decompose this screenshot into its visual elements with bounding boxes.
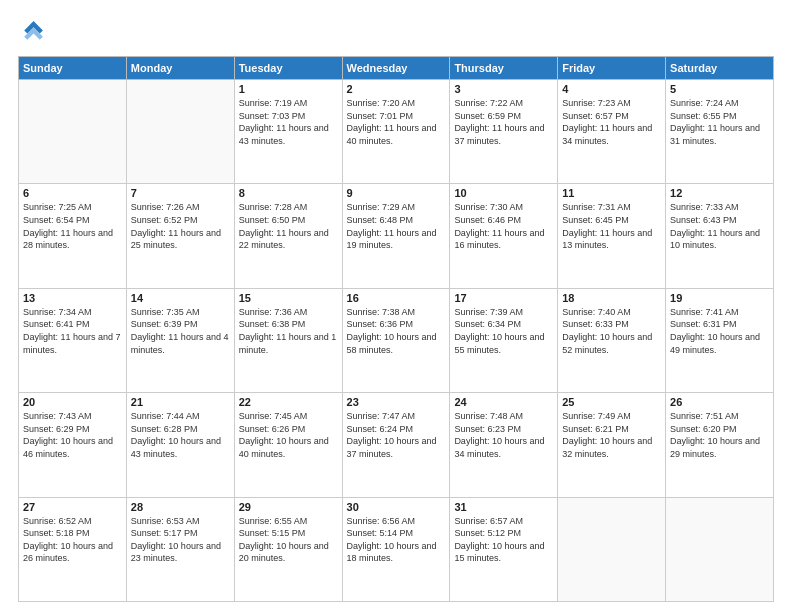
day-detail: Sunrise: 7:25 AMSunset: 6:54 PMDaylight:…	[23, 201, 122, 251]
day-number: 11	[562, 187, 661, 199]
day-number: 16	[347, 292, 446, 304]
day-detail: Sunrise: 7:28 AMSunset: 6:50 PMDaylight:…	[239, 201, 338, 251]
day-cell: 4Sunrise: 7:23 AMSunset: 6:57 PMDaylight…	[558, 80, 666, 184]
week-row-3: 13Sunrise: 7:34 AMSunset: 6:41 PMDayligh…	[19, 288, 774, 392]
day-number: 20	[23, 396, 122, 408]
day-cell: 19Sunrise: 7:41 AMSunset: 6:31 PMDayligh…	[666, 288, 774, 392]
day-number: 8	[239, 187, 338, 199]
week-row-2: 6Sunrise: 7:25 AMSunset: 6:54 PMDaylight…	[19, 184, 774, 288]
day-cell	[19, 80, 127, 184]
day-number: 10	[454, 187, 553, 199]
day-detail: Sunrise: 7:22 AMSunset: 6:59 PMDaylight:…	[454, 97, 553, 147]
day-number: 28	[131, 501, 230, 513]
day-detail: Sunrise: 7:39 AMSunset: 6:34 PMDaylight:…	[454, 306, 553, 356]
day-cell: 17Sunrise: 7:39 AMSunset: 6:34 PMDayligh…	[450, 288, 558, 392]
week-row-5: 27Sunrise: 6:52 AMSunset: 5:18 PMDayligh…	[19, 497, 774, 601]
day-cell: 6Sunrise: 7:25 AMSunset: 6:54 PMDaylight…	[19, 184, 127, 288]
day-detail: Sunrise: 7:23 AMSunset: 6:57 PMDaylight:…	[562, 97, 661, 147]
day-number: 29	[239, 501, 338, 513]
day-detail: Sunrise: 7:34 AMSunset: 6:41 PMDaylight:…	[23, 306, 122, 356]
day-cell: 15Sunrise: 7:36 AMSunset: 6:38 PMDayligh…	[234, 288, 342, 392]
weekday-friday: Friday	[558, 57, 666, 80]
day-cell: 25Sunrise: 7:49 AMSunset: 6:21 PMDayligh…	[558, 393, 666, 497]
logo	[18, 18, 50, 46]
day-number: 2	[347, 83, 446, 95]
header	[18, 18, 774, 46]
day-cell: 7Sunrise: 7:26 AMSunset: 6:52 PMDaylight…	[126, 184, 234, 288]
weekday-sunday: Sunday	[19, 57, 127, 80]
day-cell: 26Sunrise: 7:51 AMSunset: 6:20 PMDayligh…	[666, 393, 774, 497]
day-detail: Sunrise: 7:45 AMSunset: 6:26 PMDaylight:…	[239, 410, 338, 460]
day-number: 25	[562, 396, 661, 408]
weekday-wednesday: Wednesday	[342, 57, 450, 80]
logo-icon	[18, 18, 46, 46]
day-detail: Sunrise: 7:33 AMSunset: 6:43 PMDaylight:…	[670, 201, 769, 251]
day-cell: 18Sunrise: 7:40 AMSunset: 6:33 PMDayligh…	[558, 288, 666, 392]
day-cell	[666, 497, 774, 601]
day-cell: 20Sunrise: 7:43 AMSunset: 6:29 PMDayligh…	[19, 393, 127, 497]
day-number: 13	[23, 292, 122, 304]
day-cell: 29Sunrise: 6:55 AMSunset: 5:15 PMDayligh…	[234, 497, 342, 601]
day-cell: 9Sunrise: 7:29 AMSunset: 6:48 PMDaylight…	[342, 184, 450, 288]
day-number: 1	[239, 83, 338, 95]
day-number: 19	[670, 292, 769, 304]
day-detail: Sunrise: 6:53 AMSunset: 5:17 PMDaylight:…	[131, 515, 230, 565]
day-number: 26	[670, 396, 769, 408]
day-number: 17	[454, 292, 553, 304]
day-cell: 27Sunrise: 6:52 AMSunset: 5:18 PMDayligh…	[19, 497, 127, 601]
day-number: 7	[131, 187, 230, 199]
day-number: 12	[670, 187, 769, 199]
day-cell: 10Sunrise: 7:30 AMSunset: 6:46 PMDayligh…	[450, 184, 558, 288]
day-number: 9	[347, 187, 446, 199]
weekday-header-row: SundayMondayTuesdayWednesdayThursdayFrid…	[19, 57, 774, 80]
day-cell: 21Sunrise: 7:44 AMSunset: 6:28 PMDayligh…	[126, 393, 234, 497]
day-number: 6	[23, 187, 122, 199]
day-cell: 23Sunrise: 7:47 AMSunset: 6:24 PMDayligh…	[342, 393, 450, 497]
day-cell: 22Sunrise: 7:45 AMSunset: 6:26 PMDayligh…	[234, 393, 342, 497]
day-cell: 2Sunrise: 7:20 AMSunset: 7:01 PMDaylight…	[342, 80, 450, 184]
day-detail: Sunrise: 7:35 AMSunset: 6:39 PMDaylight:…	[131, 306, 230, 356]
day-cell: 8Sunrise: 7:28 AMSunset: 6:50 PMDaylight…	[234, 184, 342, 288]
day-detail: Sunrise: 7:51 AMSunset: 6:20 PMDaylight:…	[670, 410, 769, 460]
day-number: 4	[562, 83, 661, 95]
weekday-saturday: Saturday	[666, 57, 774, 80]
weekday-tuesday: Tuesday	[234, 57, 342, 80]
day-number: 3	[454, 83, 553, 95]
day-detail: Sunrise: 7:29 AMSunset: 6:48 PMDaylight:…	[347, 201, 446, 251]
day-number: 18	[562, 292, 661, 304]
day-number: 24	[454, 396, 553, 408]
day-number: 15	[239, 292, 338, 304]
day-number: 21	[131, 396, 230, 408]
day-number: 14	[131, 292, 230, 304]
day-number: 22	[239, 396, 338, 408]
day-cell: 16Sunrise: 7:38 AMSunset: 6:36 PMDayligh…	[342, 288, 450, 392]
day-detail: Sunrise: 7:41 AMSunset: 6:31 PMDaylight:…	[670, 306, 769, 356]
day-cell: 12Sunrise: 7:33 AMSunset: 6:43 PMDayligh…	[666, 184, 774, 288]
day-number: 30	[347, 501, 446, 513]
day-cell: 1Sunrise: 7:19 AMSunset: 7:03 PMDaylight…	[234, 80, 342, 184]
day-cell: 3Sunrise: 7:22 AMSunset: 6:59 PMDaylight…	[450, 80, 558, 184]
day-number: 31	[454, 501, 553, 513]
day-number: 5	[670, 83, 769, 95]
day-number: 27	[23, 501, 122, 513]
day-detail: Sunrise: 7:26 AMSunset: 6:52 PMDaylight:…	[131, 201, 230, 251]
day-detail: Sunrise: 7:48 AMSunset: 6:23 PMDaylight:…	[454, 410, 553, 460]
day-cell: 11Sunrise: 7:31 AMSunset: 6:45 PMDayligh…	[558, 184, 666, 288]
day-cell: 31Sunrise: 6:57 AMSunset: 5:12 PMDayligh…	[450, 497, 558, 601]
day-detail: Sunrise: 7:30 AMSunset: 6:46 PMDaylight:…	[454, 201, 553, 251]
day-cell: 5Sunrise: 7:24 AMSunset: 6:55 PMDaylight…	[666, 80, 774, 184]
week-row-1: 1Sunrise: 7:19 AMSunset: 7:03 PMDaylight…	[19, 80, 774, 184]
day-cell: 28Sunrise: 6:53 AMSunset: 5:17 PMDayligh…	[126, 497, 234, 601]
day-detail: Sunrise: 7:40 AMSunset: 6:33 PMDaylight:…	[562, 306, 661, 356]
day-detail: Sunrise: 7:47 AMSunset: 6:24 PMDaylight:…	[347, 410, 446, 460]
day-cell: 14Sunrise: 7:35 AMSunset: 6:39 PMDayligh…	[126, 288, 234, 392]
day-detail: Sunrise: 6:57 AMSunset: 5:12 PMDaylight:…	[454, 515, 553, 565]
day-cell	[126, 80, 234, 184]
day-cell	[558, 497, 666, 601]
day-detail: Sunrise: 7:49 AMSunset: 6:21 PMDaylight:…	[562, 410, 661, 460]
page: SundayMondayTuesdayWednesdayThursdayFrid…	[0, 0, 792, 612]
day-cell: 13Sunrise: 7:34 AMSunset: 6:41 PMDayligh…	[19, 288, 127, 392]
calendar-table: SundayMondayTuesdayWednesdayThursdayFrid…	[18, 56, 774, 602]
day-number: 23	[347, 396, 446, 408]
day-detail: Sunrise: 7:19 AMSunset: 7:03 PMDaylight:…	[239, 97, 338, 147]
